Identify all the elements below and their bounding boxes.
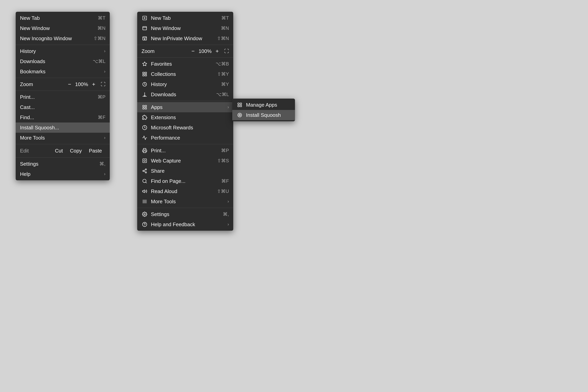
edge-new-inprivate[interactable]: New InPrivate Window ⇧⌘N xyxy=(137,33,233,44)
svg-rect-12 xyxy=(145,74,146,76)
svg-marker-8 xyxy=(142,62,147,66)
svg-rect-9 xyxy=(143,72,144,74)
edge-print[interactable]: Print... ⌘P xyxy=(137,146,233,156)
downloads-icon xyxy=(142,91,148,98)
settings-icon xyxy=(142,211,148,217)
edge-zoom-out-button[interactable]: − xyxy=(190,48,196,55)
arrow-icon: › xyxy=(228,105,229,110)
edge-zoom-controls: − 100% + ⛶ xyxy=(190,48,229,55)
arrow-icon: › xyxy=(104,135,106,140)
edge-downloads[interactable]: Downloads ⌥⌘L xyxy=(137,90,233,100)
svg-line-28 xyxy=(144,170,145,170)
edge-zoom-value: 100% xyxy=(198,48,212,54)
edge-read-aloud[interactable]: Read Aloud ⇧⌘U xyxy=(137,186,233,196)
extensions-icon xyxy=(142,114,148,120)
edge-zoom-label: Zoom xyxy=(142,48,190,54)
separator-2 xyxy=(16,78,110,78)
svg-line-30 xyxy=(146,182,146,183)
edge-zoom-expand-button[interactable]: ⛶ xyxy=(224,48,229,54)
svg-rect-38 xyxy=(238,103,239,104)
edge-web-capture[interactable]: Web Capture ⇧⌘S xyxy=(137,156,233,166)
svg-rect-39 xyxy=(240,103,242,104)
svg-rect-3 xyxy=(143,26,146,30)
svg-marker-31 xyxy=(142,190,144,193)
print-icon xyxy=(142,148,148,154)
edge-more-tools[interactable]: More Tools › xyxy=(137,196,233,206)
newtab-icon xyxy=(142,15,148,21)
edge-share[interactable]: Share xyxy=(137,166,233,176)
chrome-downloads[interactable]: Downloads ⌥⌘L xyxy=(16,56,110,66)
zoom-expand-button[interactable]: ⛶ xyxy=(101,82,106,87)
webcapture-icon xyxy=(142,158,148,164)
submenu-install-squoosh[interactable]: Install Squoosh xyxy=(232,110,295,120)
chrome-help[interactable]: Help › xyxy=(16,169,110,179)
apps-icon xyxy=(142,104,148,110)
cut-button[interactable]: Cut xyxy=(51,147,66,155)
paste-button[interactable]: Paste xyxy=(86,147,106,155)
edge-settings[interactable]: Settings ⌘, xyxy=(137,209,233,219)
chrome-new-incognito[interactable]: New Incognito Window ⇧⌘N xyxy=(16,33,110,44)
zoom-out-button[interactable]: − xyxy=(66,81,73,88)
chrome-history[interactable]: History › xyxy=(16,46,110,56)
apps-submenu: Manage Apps Install Squoosh xyxy=(232,98,295,121)
edge-new-window[interactable]: New Window ⌘N xyxy=(137,23,233,33)
chrome-cast[interactable]: Cast... xyxy=(16,102,110,112)
chrome-new-window[interactable]: New Window ⌘N xyxy=(16,23,110,33)
svg-rect-41 xyxy=(240,105,242,107)
edge-help-feedback[interactable]: Help and Feedback › xyxy=(137,219,233,230)
edge-collections[interactable]: Collections ⇧⌘Y xyxy=(137,69,233,79)
edge-find-on-page[interactable]: Find on Page... ⌘F xyxy=(137,176,233,186)
zoom-controls: − 100% + ⛶ xyxy=(66,81,106,88)
chrome-context-menu: New Tab ⌘T New Window ⌘N New Incognito W… xyxy=(16,12,110,180)
arrow-icon: › xyxy=(228,199,229,204)
svg-point-43 xyxy=(239,114,241,116)
find-icon xyxy=(142,178,148,184)
edit-label: Edit xyxy=(20,148,51,154)
copy-button[interactable]: Copy xyxy=(66,147,86,155)
edge-rewards[interactable]: Microsoft Rewards xyxy=(137,122,233,133)
svg-rect-10 xyxy=(145,72,146,74)
zoom-value: 100% xyxy=(75,81,88,88)
zoom-label: Zoom xyxy=(20,81,66,88)
rewards-icon xyxy=(142,124,148,131)
separator-4 xyxy=(16,144,110,144)
zoom-in-button[interactable]: + xyxy=(90,81,97,88)
edge-apps[interactable]: Apps › xyxy=(137,102,233,112)
edge-performance[interactable]: Performance xyxy=(137,133,233,143)
more-tools-icon xyxy=(142,198,148,204)
svg-rect-17 xyxy=(145,105,146,107)
svg-point-35 xyxy=(144,214,146,215)
history-icon xyxy=(142,81,148,88)
arrow-icon: › xyxy=(104,48,106,54)
edge-zoom-row: Zoom − 100% + ⛶ xyxy=(137,46,233,56)
collections-icon xyxy=(142,71,148,77)
chrome-new-tab[interactable]: New Tab ⌘T xyxy=(16,13,110,23)
manage-apps[interactable]: Manage Apps xyxy=(232,100,295,110)
chrome-print[interactable]: Print... ⌘P xyxy=(16,92,110,102)
chrome-find[interactable]: Find... ⌘F xyxy=(16,112,110,122)
edge-extensions[interactable]: Extensions xyxy=(137,112,233,122)
arrow-icon: › xyxy=(104,69,106,74)
edge-favorites[interactable]: Favorites ⌥⌘B xyxy=(137,59,233,69)
inprivate-icon xyxy=(142,35,148,42)
edge-history[interactable]: History ⌘Y xyxy=(137,79,233,90)
chrome-settings[interactable]: Settings ⌘, xyxy=(16,159,110,169)
svg-rect-21 xyxy=(144,151,146,153)
manage-apps-icon xyxy=(236,102,243,108)
svg-rect-19 xyxy=(145,108,146,109)
edge-separator-3 xyxy=(137,101,233,101)
chrome-edit-row: Edit Cut Copy Paste xyxy=(16,146,110,156)
help-icon xyxy=(142,221,148,228)
svg-line-27 xyxy=(144,171,145,172)
edge-context-menu: New Tab ⌘T New Window ⌘N New InPrivate W… xyxy=(137,12,233,231)
separator-3 xyxy=(16,90,110,91)
chrome-install-squoosh[interactable]: Install Squoosh... xyxy=(16,122,110,133)
favorites-icon xyxy=(142,61,148,67)
window-icon xyxy=(142,25,148,31)
svg-rect-16 xyxy=(143,105,144,107)
edge-separator-5 xyxy=(137,208,233,208)
chrome-bookmarks[interactable]: Bookmarks › xyxy=(16,66,110,77)
edge-zoom-in-button[interactable]: + xyxy=(214,48,220,55)
chrome-more-tools[interactable]: More Tools › xyxy=(16,133,110,143)
edge-new-tab[interactable]: New Tab ⌘T xyxy=(137,13,233,23)
